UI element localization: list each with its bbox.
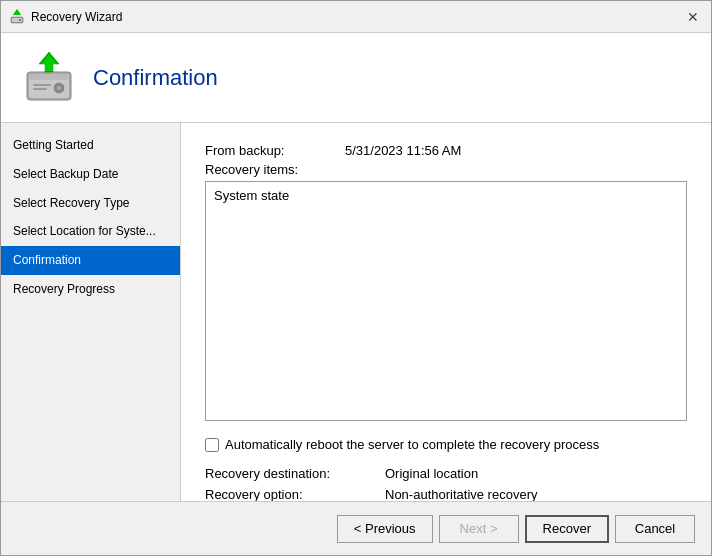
recovery-destination-row: Recovery destination: Original location bbox=[205, 466, 687, 481]
sidebar: Getting Started Select Backup Date Selec… bbox=[1, 123, 181, 501]
next-button[interactable]: Next > bbox=[439, 515, 519, 543]
recovery-destination-value: Original location bbox=[385, 466, 478, 481]
sidebar-item-recovery-progress[interactable]: Recovery Progress bbox=[1, 275, 180, 304]
recovery-items-box: System state bbox=[205, 181, 687, 421]
sidebar-item-getting-started[interactable]: Getting Started bbox=[1, 131, 180, 160]
sidebar-item-confirmation[interactable]: Confirmation bbox=[1, 246, 180, 275]
cancel-button[interactable]: Cancel bbox=[615, 515, 695, 543]
from-backup-value: 5/31/2023 11:56 AM bbox=[345, 143, 461, 158]
recovery-option-value: Non-authoritative recovery bbox=[385, 487, 537, 501]
auto-reboot-row: Automatically reboot the server to compl… bbox=[205, 437, 687, 452]
sidebar-item-select-backup-date[interactable]: Select Backup Date bbox=[1, 160, 180, 189]
recovery-wizard-window: Recovery Wizard ✕ Confirmation bbox=[0, 0, 712, 556]
sidebar-item-select-recovery-type[interactable]: Select Recovery Type bbox=[1, 189, 180, 218]
recovery-items-content: System state bbox=[214, 188, 289, 203]
recover-button[interactable]: Recover bbox=[525, 515, 609, 543]
svg-marker-13 bbox=[41, 54, 57, 71]
svg-rect-10 bbox=[33, 84, 51, 86]
svg-point-9 bbox=[57, 86, 61, 90]
recovery-items-row: Recovery items: bbox=[205, 162, 687, 177]
detail-rows: Recovery destination: Original location … bbox=[205, 466, 687, 501]
svg-point-2 bbox=[19, 19, 21, 21]
wizard-icon bbox=[21, 50, 77, 106]
main-content: Getting Started Select Backup Date Selec… bbox=[1, 123, 711, 501]
svg-rect-7 bbox=[29, 74, 69, 80]
app-icon bbox=[9, 9, 25, 25]
sidebar-item-select-location[interactable]: Select Location for Syste... bbox=[1, 217, 180, 246]
footer: < Previous Next > Recover Cancel bbox=[1, 501, 711, 555]
previous-button[interactable]: < Previous bbox=[337, 515, 433, 543]
header-area: Confirmation bbox=[1, 33, 711, 123]
recovery-items-label: Recovery items: bbox=[205, 162, 345, 177]
title-bar: Recovery Wizard ✕ bbox=[1, 1, 711, 33]
title-bar-text: Recovery Wizard bbox=[31, 10, 683, 24]
from-backup-label: From backup: bbox=[205, 143, 345, 158]
close-button[interactable]: ✕ bbox=[683, 7, 703, 27]
recovery-destination-label: Recovery destination: bbox=[205, 466, 385, 481]
page-title: Confirmation bbox=[93, 65, 218, 91]
auto-reboot-checkbox[interactable] bbox=[205, 438, 219, 452]
auto-reboot-label: Automatically reboot the server to compl… bbox=[225, 437, 599, 452]
from-backup-row: From backup: 5/31/2023 11:56 AM bbox=[205, 143, 687, 158]
recovery-option-row: Recovery option: Non-authoritative recov… bbox=[205, 487, 687, 501]
content-area: From backup: 5/31/2023 11:56 AM Recovery… bbox=[181, 123, 711, 501]
svg-rect-11 bbox=[33, 88, 47, 90]
recovery-option-label: Recovery option: bbox=[205, 487, 385, 501]
